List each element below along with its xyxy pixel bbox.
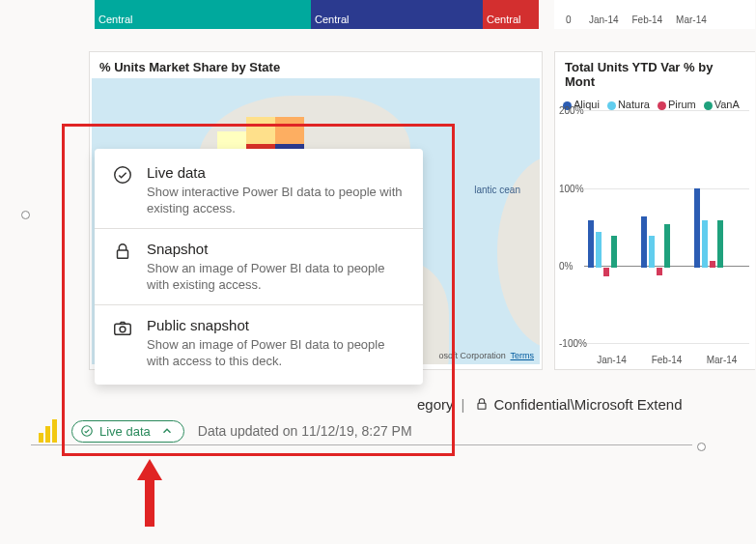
region-label: Central <box>98 14 132 25</box>
x-jan: Jan-14 <box>584 355 639 365</box>
top-y0: 0 <box>566 14 572 25</box>
menu-item-title: Live data <box>147 164 406 181</box>
chart-plot: 200% 100% 0% -100% <box>584 110 749 344</box>
region-label: Central <box>487 14 520 25</box>
status-row: Live data Data updated on 11/12/19, 8:27… <box>39 419 412 443</box>
menu-item-live-data[interactable]: Live data Show interactive Power BI data… <box>95 153 423 228</box>
live-data-label: Live data <box>99 424 151 439</box>
svg-rect-3 <box>52 419 57 443</box>
canvas: Central Central Central Jan-14 Feb-14 Ma… <box>0 0 756 544</box>
menu-item-desc: Show an image of Power BI data to people… <box>147 336 406 369</box>
lock-icon <box>112 241 133 262</box>
svg-rect-1 <box>39 433 43 443</box>
ocean-label: lantic cean <box>474 185 520 196</box>
annotation-arrow <box>135 459 164 527</box>
menu-item-public-snapshot[interactable]: Public snapshot Show an image of Power B… <box>95 304 423 381</box>
legend-pirum: Pirum <box>668 99 696 110</box>
map-attribution: osoft Corporation Terms <box>439 351 534 360</box>
top-x-mar: Mar-14 <box>676 14 707 25</box>
legend-natura: Natura <box>618 99 650 110</box>
region-bar-3: Central <box>483 0 539 29</box>
terms-link[interactable]: Terms <box>511 351 535 360</box>
svg-rect-0 <box>478 403 486 409</box>
y-100: 100% <box>559 183 584 193</box>
menu-item-desc: Show an image of Power BI data to people… <box>147 260 406 293</box>
svg-point-4 <box>82 426 93 437</box>
svg-point-5 <box>115 167 131 184</box>
live-data-menu: Live data Show interactive Power BI data… <box>95 149 423 385</box>
y-200: 200% <box>559 105 584 116</box>
chart-x-axis: Jan-14 Feb-14 Mar-14 <box>584 355 749 365</box>
region-bars: Central Central Central <box>95 0 539 29</box>
lock-icon <box>474 396 490 412</box>
menu-item-title: Public snapshot <box>147 317 406 333</box>
check-circle-icon <box>80 424 94 438</box>
selection-guide <box>31 444 692 445</box>
chevron-up-icon <box>160 424 174 438</box>
legend-van: VanA <box>714 99 740 110</box>
x-mar: Mar-14 <box>694 355 749 365</box>
menu-item-snapshot[interactable]: Snapshot Show an image of Power BI data … <box>95 228 423 304</box>
top-chart-strip: Jan-14 Feb-14 Mar-14 0 <box>554 0 755 29</box>
footer-row: egory | Confidential\Microsoft Extend <box>31 392 756 415</box>
y-0: 0% <box>559 261 573 272</box>
check-circle-icon <box>112 164 133 186</box>
footer-confidential: Confidential\Microsoft Extend <box>493 396 682 413</box>
region-bar-1: Central <box>95 0 311 29</box>
x-feb: Feb-14 <box>639 355 694 365</box>
chart-title: Total Units YTD Var % by Mont <box>555 52 755 93</box>
region-bar-2: Central <box>311 0 483 29</box>
y-m100: -100% <box>559 338 587 349</box>
svg-rect-7 <box>115 324 131 334</box>
region-label: Central <box>315 14 349 25</box>
menu-item-desc: Show interactive Power BI data to people… <box>147 184 406 216</box>
map-title: % Units Market Share by State <box>90 52 542 78</box>
footer-separator: | <box>462 396 465 413</box>
svg-rect-2 <box>45 426 50 443</box>
svg-point-8 <box>120 327 126 332</box>
svg-rect-6 <box>118 250 128 258</box>
selection-handle-left[interactable] <box>21 211 30 219</box>
selection-handle-right[interactable] <box>697 443 706 451</box>
footer-category: egory <box>417 396 454 413</box>
live-data-dropdown[interactable]: Live data <box>71 420 184 443</box>
data-updated-text: Data updated on 11/12/19, 8:27 PM <box>198 423 412 439</box>
chart-legend: Aliqui Natura Pirum VanA <box>555 93 755 110</box>
powerbi-icon <box>39 419 58 443</box>
camera-icon <box>112 317 133 338</box>
top-x-jan: Jan-14 <box>589 14 619 25</box>
ytd-chart-panel[interactable]: Total Units YTD Var % by Mont Aliqui Nat… <box>554 51 755 370</box>
top-x-feb: Feb-14 <box>631 14 662 25</box>
menu-item-title: Snapshot <box>147 241 406 257</box>
